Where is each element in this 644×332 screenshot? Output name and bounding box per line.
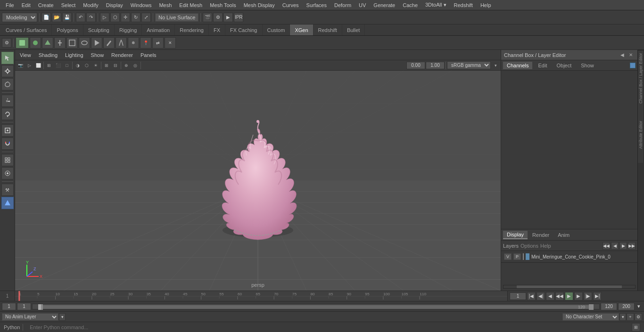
xgen-paint-btn[interactable] bbox=[103, 37, 115, 49]
layer-playback-btn[interactable]: P bbox=[513, 253, 521, 260]
xgen-place-btn[interactable]: 📍 bbox=[140, 37, 151, 49]
layer-prev-btn[interactable]: ◀◀ bbox=[603, 242, 610, 250]
cb-tab-channels[interactable]: Channels bbox=[503, 62, 532, 69]
ws-tab-fx-caching[interactable]: FX Caching bbox=[225, 24, 262, 35]
menu-help[interactable]: Help bbox=[477, 1, 495, 9]
menu-edit-mesh[interactable]: Edit Mesh bbox=[175, 1, 206, 9]
render-settings-btn[interactable]: ⚙ bbox=[213, 13, 223, 22]
help-label[interactable]: Help bbox=[540, 243, 551, 249]
xgen-mask-btn[interactable] bbox=[79, 37, 90, 49]
char-set-add-btn[interactable]: + bbox=[627, 313, 634, 321]
options-label[interactable]: Options bbox=[520, 243, 538, 249]
menu-surfaces[interactable]: Surfaces bbox=[303, 1, 330, 9]
scene-3d[interactable]: X Y Z persp bbox=[15, 71, 501, 291]
redo-btn[interactable]: ↷ bbox=[86, 13, 96, 22]
undo-btn[interactable]: ↶ bbox=[76, 13, 85, 22]
menu-curves[interactable]: Curves bbox=[279, 1, 303, 9]
prev-key-btn[interactable]: ◀| bbox=[537, 292, 545, 300]
shading-menu[interactable]: Shading bbox=[36, 51, 60, 59]
anim-layer-select[interactable]: No Anim Layer bbox=[2, 313, 58, 321]
layer-next-btn[interactable]: ▶▶ bbox=[628, 242, 636, 250]
cb-close-btn[interactable]: ✕ bbox=[627, 51, 635, 59]
layer-tab-render[interactable]: Render bbox=[528, 231, 553, 239]
render-btn[interactable]: 🎬 bbox=[203, 13, 212, 22]
snap-btn[interactable] bbox=[1, 124, 14, 137]
menu-deform[interactable]: Deform bbox=[330, 1, 355, 9]
prev-frame-btn[interactable]: ◀ bbox=[546, 292, 554, 300]
transform-tool-btn[interactable] bbox=[1, 65, 14, 77]
ws-tab-xgen[interactable]: XGen bbox=[290, 24, 313, 35]
soft-mod-btn[interactable] bbox=[1, 167, 14, 179]
colorspace-arrow-btn[interactable]: ▾ bbox=[491, 61, 500, 70]
range-end-input[interactable] bbox=[601, 303, 617, 310]
go-start-btn[interactable]: |◀ bbox=[527, 292, 536, 300]
menu-create[interactable]: Create bbox=[34, 1, 58, 9]
layers-label[interactable]: Layers bbox=[503, 243, 519, 249]
character-set-select[interactable]: No Character Set bbox=[562, 313, 619, 321]
timeline-ruler[interactable]: 1 5 10 15 20 25 30 35 40 45 50 55 60 65 bbox=[15, 291, 507, 301]
current-frame-input[interactable]: 1 bbox=[510, 292, 526, 300]
layer-color-swatch[interactable] bbox=[526, 253, 529, 260]
frame-current-input[interactable] bbox=[17, 303, 31, 310]
settings-gear-btn[interactable]: ⚙ bbox=[2, 38, 11, 48]
next-key-btn[interactable]: |▶ bbox=[584, 292, 592, 300]
character-set-arrow[interactable]: ▾ bbox=[619, 313, 626, 321]
lattice-btn[interactable] bbox=[1, 154, 14, 166]
camera-near-input[interactable]: 0.00 bbox=[406, 62, 425, 69]
ws-tab-fx[interactable]: FX bbox=[209, 24, 225, 35]
save-btn[interactable]: 💾 bbox=[62, 13, 72, 22]
vt-hud-btn[interactable]: ⊟ bbox=[111, 61, 120, 70]
python-input[interactable] bbox=[30, 324, 630, 330]
vt-smooth-btn[interactable]: ⬛ bbox=[54, 61, 62, 70]
cb-tab-object[interactable]: Object bbox=[553, 62, 575, 69]
menu-mesh-tools[interactable]: Mesh Tools bbox=[206, 1, 239, 9]
rotate-btn[interactable]: ↻ bbox=[131, 13, 140, 22]
range-collapse-btn[interactable]: ▾ bbox=[636, 303, 642, 310]
vt-select-btn[interactable]: ▷ bbox=[25, 61, 33, 70]
next-frame-btn[interactable]: ▶ bbox=[574, 292, 583, 300]
xgen-object-btn[interactable] bbox=[42, 37, 53, 49]
preview-btn[interactable]: ▶ bbox=[223, 13, 233, 22]
vt-shaded-btn[interactable]: ◑ bbox=[74, 61, 82, 70]
ws-tab-rigging[interactable]: Rigging bbox=[115, 24, 142, 35]
xgen-freeze-btn[interactable]: ❄ bbox=[128, 37, 139, 49]
menu-windows[interactable]: Windows bbox=[127, 1, 156, 9]
camera-far-input[interactable]: 1.00 bbox=[426, 62, 445, 69]
range-bar[interactable]: 120 bbox=[32, 304, 600, 309]
select-tool-btn[interactable] bbox=[1, 52, 14, 64]
xgen-guide-btn[interactable] bbox=[54, 37, 66, 49]
xgen-groom-btn[interactable] bbox=[116, 37, 127, 49]
menu-modify[interactable]: Modify bbox=[79, 1, 102, 9]
xgen-description-btn[interactable] bbox=[30, 37, 41, 49]
play-back-btn[interactable]: ◀◀ bbox=[555, 292, 564, 300]
open-btn[interactable]: 📂 bbox=[52, 13, 61, 22]
show-menu[interactable]: Show bbox=[88, 51, 107, 59]
panels-menu[interactable]: Panels bbox=[138, 51, 159, 59]
scale-btn[interactable]: ⤢ bbox=[141, 13, 151, 22]
go-end-btn[interactable]: ▶| bbox=[593, 292, 602, 300]
ipr-btn[interactable]: IPR bbox=[234, 13, 243, 22]
magnet-btn[interactable] bbox=[1, 138, 14, 150]
vt-grid-btn[interactable]: ⊞ bbox=[102, 61, 111, 70]
xgen-preview-btn[interactable] bbox=[91, 37, 102, 49]
xgen-mirror-btn[interactable]: ⇄ bbox=[152, 37, 164, 49]
lasso-tool-btn[interactable] bbox=[1, 78, 14, 90]
layer-back-btn[interactable]: ◀ bbox=[611, 242, 619, 250]
vt-bounding-btn[interactable]: □ bbox=[63, 61, 71, 70]
menu-cache[interactable]: Cache bbox=[399, 1, 421, 9]
menu-display[interactable]: Display bbox=[102, 1, 127, 9]
layer-item[interactable]: V P Mini_Meringue_Cone_Cookie_Pink_0 bbox=[502, 252, 636, 261]
ws-tab-polygons[interactable]: Polygons bbox=[52, 24, 83, 35]
menu-mesh[interactable]: Mesh bbox=[155, 1, 175, 9]
ws-tab-sculpting[interactable]: Sculpting bbox=[83, 24, 115, 35]
maya-logo-btn[interactable] bbox=[1, 197, 14, 209]
meringue-object[interactable] bbox=[192, 115, 324, 247]
python-execute-btn[interactable]: ⊞ bbox=[632, 323, 640, 332]
ws-tab-animation[interactable]: Animation bbox=[142, 24, 175, 35]
lasso-btn[interactable]: ⬡ bbox=[110, 13, 120, 22]
menu-3dtoall[interactable]: 3DtoAll ▾ bbox=[421, 1, 450, 9]
live-surface-btn[interactable]: No Live Surface bbox=[155, 13, 198, 22]
ws-tab-curves-surfaces[interactable]: Curves / Surfaces bbox=[1, 24, 52, 35]
cb-collapse-btn[interactable]: ◀ bbox=[619, 51, 626, 59]
ws-tab-bullet[interactable]: Bullet bbox=[342, 24, 365, 35]
